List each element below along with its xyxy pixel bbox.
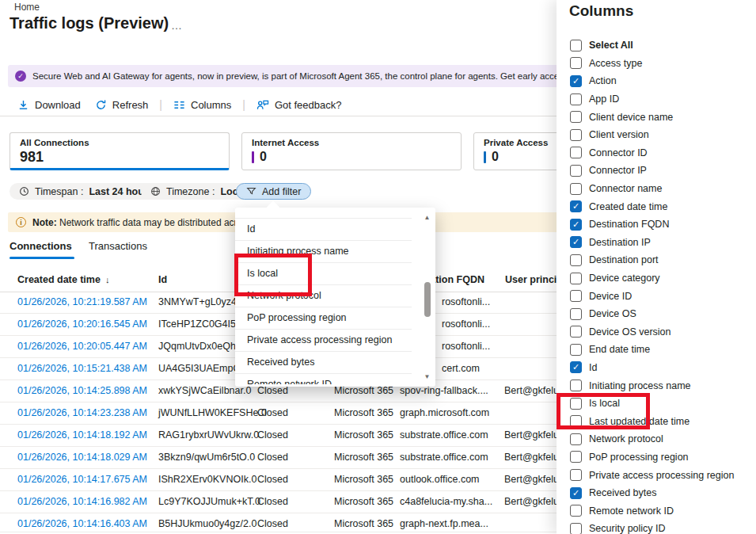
scrollbar-thumb[interactable] bbox=[424, 282, 431, 317]
column-checkbox-item[interactable]: Connector IP bbox=[570, 162, 756, 180]
column-checkbox-item[interactable]: End date time bbox=[570, 341, 756, 359]
column-checkbox-item[interactable]: Destination port bbox=[570, 251, 756, 269]
cell-created-date-time[interactable]: 01/26/2026, 10:15:21.438 AM bbox=[17, 358, 147, 380]
checkbox[interactable] bbox=[570, 290, 582, 302]
dropdown-scrollbar[interactable]: ▲ ▼ bbox=[421, 212, 433, 382]
column-checkbox-item[interactable]: Connector name bbox=[570, 180, 756, 198]
checkbox[interactable] bbox=[570, 165, 582, 177]
checkbox[interactable] bbox=[570, 308, 582, 320]
checkbox[interactable] bbox=[570, 273, 582, 284]
column-checkbox-item[interactable]: PoP processing region bbox=[570, 448, 756, 467]
cell-created-date-time[interactable]: 01/26/2026, 10:14:17.675 AM bbox=[17, 469, 147, 490]
filter-dropdown-item[interactable]: PoP processing region bbox=[235, 307, 412, 329]
cell-access-type: Microsoft 365 bbox=[334, 447, 393, 468]
column-checkbox-item[interactable]: Client version bbox=[570, 126, 756, 144]
checkbox[interactable] bbox=[570, 254, 582, 266]
checkbox[interactable] bbox=[570, 111, 582, 123]
checkbox[interactable] bbox=[570, 523, 582, 534]
columns-button[interactable]: Columns bbox=[170, 97, 234, 113]
card-all-connections[interactable]: All Connections 981 bbox=[9, 132, 230, 170]
checkbox[interactable]: ✓ bbox=[570, 219, 582, 231]
checkbox[interactable]: ✓ bbox=[570, 361, 582, 373]
column-checkbox-item[interactable]: Security policy ID bbox=[570, 520, 756, 534]
timespan-filter-pill[interactable]: Timespan :Last 24 hours bbox=[9, 183, 163, 200]
breadcrumb[interactable]: Home bbox=[14, 2, 40, 13]
columns-icon bbox=[173, 99, 185, 111]
filter-dropdown-item[interactable]: Received bytes bbox=[235, 351, 412, 373]
cell-id: 3Bkzn9/qwUm6r5tO.0 bbox=[158, 447, 255, 468]
column-checkbox-item[interactable]: Network protocol bbox=[570, 430, 756, 448]
checkbox[interactable] bbox=[570, 469, 582, 481]
checkbox-label: Connector ID bbox=[589, 147, 648, 158]
column-checkbox-item[interactable]: Initiating process name bbox=[570, 376, 756, 395]
column-checkbox-item[interactable]: Client device name bbox=[570, 108, 756, 126]
checkbox[interactable] bbox=[570, 183, 582, 195]
checkbox[interactable]: ✓ bbox=[570, 236, 582, 248]
column-checkbox-item[interactable]: Device OS version bbox=[570, 323, 756, 341]
checkbox-label: Destination FQDN bbox=[589, 219, 669, 230]
filter-dropdown-item[interactable]: Remote network ID bbox=[235, 373, 412, 384]
checkbox[interactable] bbox=[570, 57, 582, 69]
refresh-button[interactable]: Refresh bbox=[92, 97, 152, 113]
checkbox[interactable] bbox=[570, 451, 582, 463]
scroll-down-icon[interactable]: ▼ bbox=[421, 373, 433, 380]
column-checkbox-item[interactable]: ✓ Created date time bbox=[570, 197, 756, 216]
cell-created-date-time[interactable]: 01/26/2026, 10:14:25.898 AM bbox=[17, 380, 147, 402]
checkbox[interactable] bbox=[570, 433, 582, 445]
add-filter-dropdown: IdInitiating process nameIs localNetwork… bbox=[235, 208, 435, 387]
checkbox-label: Remote network ID bbox=[589, 505, 674, 517]
header-created-date-time[interactable]: Created date time↓ bbox=[17, 274, 109, 285]
checkbox[interactable] bbox=[570, 326, 582, 338]
checkbox[interactable]: ✓ bbox=[570, 75, 582, 87]
column-checkbox-item[interactable]: Device ID bbox=[570, 287, 756, 305]
column-checkbox-item[interactable]: Access type bbox=[570, 55, 756, 73]
column-checkbox-item[interactable]: Private access processing region bbox=[570, 466, 756, 484]
checkbox[interactable] bbox=[570, 505, 582, 517]
checkbox[interactable]: ✓ bbox=[570, 200, 582, 212]
column-checkbox-item[interactable]: Device OS bbox=[570, 305, 756, 323]
cell-created-date-time[interactable]: 01/26/2026, 10:14:18.192 AM bbox=[17, 425, 147, 446]
scroll-up-icon[interactable]: ▲ bbox=[421, 214, 433, 221]
checkbox-label: Id bbox=[589, 362, 597, 373]
checkbox[interactable] bbox=[570, 129, 582, 141]
cell-created-date-time[interactable]: 01/26/2026, 10:14:23.238 AM bbox=[17, 402, 147, 424]
checkbox[interactable] bbox=[570, 344, 582, 356]
info-icon: i bbox=[16, 217, 26, 227]
checkbox[interactable] bbox=[570, 93, 582, 105]
add-filter-button[interactable]: Add filter bbox=[236, 183, 311, 200]
cell-destination-fqdn: c4a8felucia-my.sha... bbox=[400, 491, 492, 513]
column-checkbox-item[interactable]: Select All bbox=[570, 36, 756, 55]
header-id[interactable]: Id bbox=[158, 274, 167, 285]
checkbox[interactable] bbox=[570, 380, 582, 391]
cell-created-date-time[interactable]: 01/26/2026, 10:14:18.029 AM bbox=[17, 447, 147, 468]
card-internet-access[interactable]: Internet Access 0 bbox=[241, 132, 462, 170]
column-checkbox-item[interactable]: Remote network ID bbox=[570, 502, 756, 520]
column-checkbox-item[interactable]: Connector ID bbox=[570, 144, 756, 162]
cell-created-date-time[interactable]: 01/26/2026, 10:14:16.982 AM bbox=[17, 491, 147, 513]
cell-created-date-time[interactable]: 01/26/2026, 10:20:16.545 AM bbox=[17, 314, 147, 335]
feedback-button[interactable]: Got feedback? bbox=[253, 97, 345, 113]
filter-dropdown-item[interactable]: Id bbox=[235, 218, 412, 240]
cell-created-date-time[interactable]: 01/26/2026, 10:21:19.587 AM bbox=[17, 292, 147, 313]
column-checkbox-item[interactable]: ✓ Received bytes bbox=[570, 484, 756, 502]
cell-id: RAG1rybxrUWvUkrw.0 bbox=[158, 425, 259, 446]
filter-funnel-icon bbox=[246, 186, 256, 196]
checkbox[interactable] bbox=[570, 147, 582, 158]
column-checkbox-item[interactable]: ✓ Id bbox=[570, 359, 756, 377]
column-checkbox-item[interactable]: ✓ Destination IP bbox=[570, 234, 756, 252]
tab-transactions[interactable]: Transactions bbox=[89, 240, 147, 252]
download-button[interactable]: Download bbox=[14, 97, 84, 113]
column-checkbox-item[interactable]: Device category bbox=[570, 269, 756, 288]
column-checkbox-item[interactable]: App ID bbox=[570, 90, 756, 109]
command-bar: Download Refresh | Columns | Got feedbac… bbox=[14, 94, 345, 115]
cell-created-date-time[interactable]: 01/26/2026, 10:20:05.447 AM bbox=[17, 336, 147, 357]
checkbox-label: Destination port bbox=[589, 254, 659, 265]
tab-connections[interactable]: Connections bbox=[9, 240, 72, 252]
checkbox[interactable] bbox=[570, 40, 582, 51]
more-options-icon[interactable]: … bbox=[171, 19, 183, 32]
internet-access-bar bbox=[252, 151, 254, 163]
column-checkbox-item[interactable]: ✓ Action bbox=[570, 72, 756, 90]
filter-dropdown-item[interactable]: Private access processing region bbox=[235, 329, 412, 351]
checkbox[interactable]: ✓ bbox=[570, 487, 582, 499]
column-checkbox-item[interactable]: ✓ Destination FQDN bbox=[570, 216, 756, 234]
